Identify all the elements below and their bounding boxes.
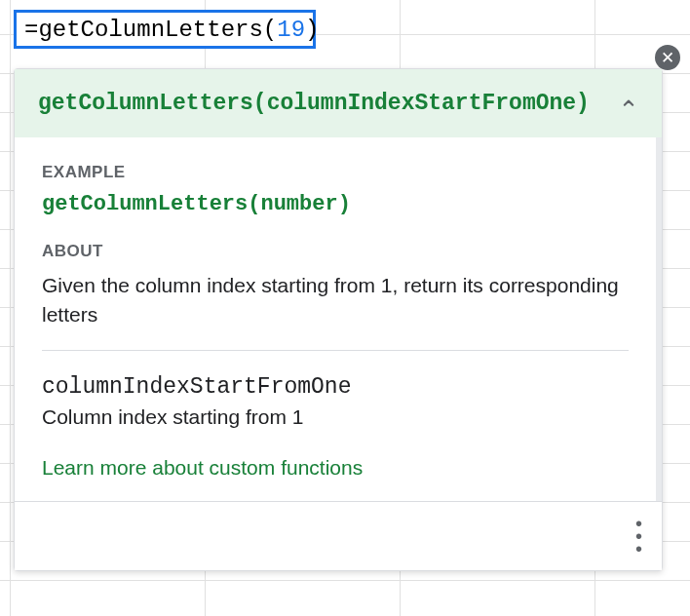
param-name: columnIndexStartFromOne bbox=[42, 374, 629, 400]
formula-open-paren: ( bbox=[263, 17, 277, 43]
formula-argument: 19 bbox=[277, 17, 305, 43]
formula-equals: = bbox=[24, 17, 38, 43]
close-glyph: ✕ bbox=[661, 48, 674, 68]
more-vert-icon[interactable]: ••• bbox=[628, 512, 648, 560]
function-signature: getColumnLetters(columnIndexStartFromOne… bbox=[38, 91, 590, 116]
tooltip-footer: ••• bbox=[15, 501, 662, 570]
param-description: Column index starting from 1 bbox=[42, 405, 629, 429]
cell-formula-editor[interactable]: = getColumnLetters ( 19 ) bbox=[14, 10, 316, 49]
close-icon[interactable]: ✕ bbox=[655, 45, 680, 70]
example-code: getColumnLetters(number) bbox=[42, 192, 629, 216]
chevron-up-icon[interactable] bbox=[619, 94, 638, 113]
learn-more-link[interactable]: Learn more about custom functions bbox=[42, 456, 363, 479]
divider bbox=[42, 350, 629, 351]
about-label: ABOUT bbox=[42, 242, 629, 261]
formula-close-paren: ) bbox=[305, 17, 319, 43]
function-help-tooltip: getColumnLetters(columnIndexStartFromOne… bbox=[14, 68, 663, 571]
about-text: Given the column index starting from 1, … bbox=[42, 271, 629, 330]
example-label: EXAMPLE bbox=[42, 163, 629, 182]
tooltip-header: getColumnLetters(columnIndexStartFromOne… bbox=[15, 69, 662, 137]
formula-function: getColumnLetters bbox=[38, 17, 262, 43]
tooltip-body: EXAMPLE getColumnLetters(number) ABOUT G… bbox=[15, 137, 662, 501]
